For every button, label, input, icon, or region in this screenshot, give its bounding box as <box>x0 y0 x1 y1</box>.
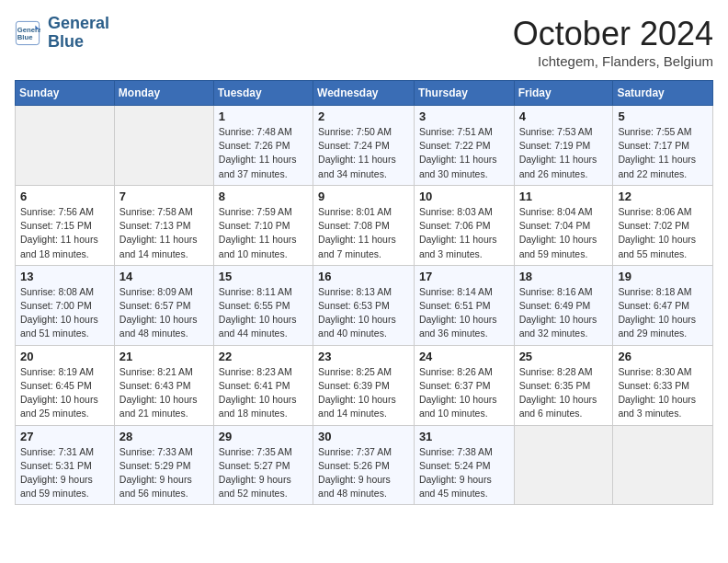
calendar-day-cell <box>514 425 613 505</box>
day-number: 29 <box>219 430 308 443</box>
svg-text:Blue: Blue <box>17 33 33 41</box>
day-info: Sunrise: 7:58 AMSunset: 7:13 PMDaylight:… <box>119 205 209 261</box>
day-number: 14 <box>119 270 209 283</box>
day-info: Sunrise: 8:18 AMSunset: 6:47 PMDaylight:… <box>618 285 708 341</box>
day-number: 9 <box>318 190 409 203</box>
calendar-day-cell: 4Sunrise: 7:53 AMSunset: 7:19 PMDaylight… <box>514 106 613 186</box>
day-of-week-header: Friday <box>514 81 613 106</box>
day-info: Sunrise: 8:04 AMSunset: 7:04 PMDaylight:… <box>519 205 609 261</box>
day-info: Sunrise: 7:37 AMSunset: 5:26 PMDaylight:… <box>318 445 409 501</box>
day-number: 25 <box>519 350 609 363</box>
calendar-week-row: 27Sunrise: 7:31 AMSunset: 5:31 PMDayligh… <box>16 425 713 505</box>
calendar-day-cell: 31Sunrise: 7:38 AMSunset: 5:24 PMDayligh… <box>414 425 514 505</box>
day-info: Sunrise: 8:25 AMSunset: 6:39 PMDaylight:… <box>318 365 409 421</box>
calendar-day-cell: 25Sunrise: 8:28 AMSunset: 6:35 PMDayligh… <box>514 345 613 425</box>
calendar-day-cell: 2Sunrise: 7:50 AMSunset: 7:24 PMDaylight… <box>313 106 415 186</box>
calendar-day-cell: 23Sunrise: 8:25 AMSunset: 6:39 PMDayligh… <box>313 345 415 425</box>
calendar-day-cell <box>613 425 713 505</box>
calendar-day-cell: 1Sunrise: 7:48 AMSunset: 7:26 PMDaylight… <box>213 106 313 186</box>
calendar-day-cell: 14Sunrise: 8:09 AMSunset: 6:57 PMDayligh… <box>114 265 213 345</box>
day-number: 1 <box>219 109 308 123</box>
day-of-week-header: Monday <box>114 81 213 106</box>
calendar-day-cell: 8Sunrise: 7:59 AMSunset: 7:10 PMDaylight… <box>213 185 313 265</box>
day-info: Sunrise: 7:48 AMSunset: 7:26 PMDaylight:… <box>219 125 308 181</box>
day-info: Sunrise: 8:26 AMSunset: 6:37 PMDaylight:… <box>419 365 509 421</box>
day-info: Sunrise: 8:21 AMSunset: 6:43 PMDaylight:… <box>119 365 209 421</box>
calendar-day-cell: 22Sunrise: 8:23 AMSunset: 6:41 PMDayligh… <box>213 345 313 425</box>
day-number: 24 <box>419 350 509 363</box>
day-of-week-header: Tuesday <box>213 81 313 106</box>
calendar-day-cell: 15Sunrise: 8:11 AMSunset: 6:55 PMDayligh… <box>213 265 313 345</box>
day-number: 20 <box>20 350 109 363</box>
calendar-day-cell: 26Sunrise: 8:30 AMSunset: 6:33 PMDayligh… <box>613 345 713 425</box>
day-info: Sunrise: 8:09 AMSunset: 6:57 PMDaylight:… <box>119 285 209 341</box>
day-number: 26 <box>618 350 708 363</box>
day-info: Sunrise: 8:16 AMSunset: 6:49 PMDaylight:… <box>519 285 609 341</box>
day-number: 18 <box>519 270 609 283</box>
day-info: Sunrise: 7:56 AMSunset: 7:15 PMDaylight:… <box>20 205 109 261</box>
day-number: 11 <box>519 190 609 203</box>
calendar-day-cell: 11Sunrise: 8:04 AMSunset: 7:04 PMDayligh… <box>514 185 613 265</box>
day-of-week-header: Wednesday <box>313 81 415 106</box>
day-info: Sunrise: 7:50 AMSunset: 7:24 PMDaylight:… <box>318 125 409 181</box>
day-info: Sunrise: 7:33 AMSunset: 5:29 PMDaylight:… <box>119 445 209 501</box>
calendar-day-cell: 10Sunrise: 8:03 AMSunset: 7:06 PMDayligh… <box>414 185 514 265</box>
day-info: Sunrise: 7:55 AMSunset: 7:17 PMDaylight:… <box>618 125 708 181</box>
calendar-day-cell: 29Sunrise: 7:35 AMSunset: 5:27 PMDayligh… <box>213 425 313 505</box>
calendar-day-cell: 19Sunrise: 8:18 AMSunset: 6:47 PMDayligh… <box>613 265 713 345</box>
day-number: 10 <box>419 190 509 203</box>
day-info: Sunrise: 7:31 AMSunset: 5:31 PMDaylight:… <box>20 445 109 501</box>
calendar-day-cell: 3Sunrise: 7:51 AMSunset: 7:22 PMDaylight… <box>414 106 514 186</box>
calendar-day-cell: 5Sunrise: 7:55 AMSunset: 7:17 PMDaylight… <box>613 106 713 186</box>
day-of-week-header: Sunday <box>16 81 115 106</box>
calendar-day-cell: 16Sunrise: 8:13 AMSunset: 6:53 PMDayligh… <box>313 265 415 345</box>
day-number: 12 <box>618 190 708 203</box>
day-number: 28 <box>119 430 209 443</box>
day-info: Sunrise: 7:53 AMSunset: 7:19 PMDaylight:… <box>519 125 609 181</box>
day-number: 15 <box>219 270 308 283</box>
calendar-day-cell: 21Sunrise: 8:21 AMSunset: 6:43 PMDayligh… <box>114 345 213 425</box>
day-info: Sunrise: 8:01 AMSunset: 7:08 PMDaylight:… <box>318 205 409 261</box>
day-info: Sunrise: 8:06 AMSunset: 7:02 PMDaylight:… <box>618 205 708 261</box>
day-number: 8 <box>219 190 308 203</box>
svg-text:General: General <box>17 25 40 33</box>
day-number: 17 <box>419 270 509 283</box>
calendar-day-cell: 7Sunrise: 7:58 AMSunset: 7:13 PMDaylight… <box>114 185 213 265</box>
day-info: Sunrise: 8:08 AMSunset: 7:00 PMDaylight:… <box>20 285 109 341</box>
logo-text: General Blue <box>48 15 109 52</box>
calendar-week-row: 6Sunrise: 7:56 AMSunset: 7:15 PMDaylight… <box>16 185 713 265</box>
calendar-day-cell: 12Sunrise: 8:06 AMSunset: 7:02 PMDayligh… <box>613 185 713 265</box>
day-number: 31 <box>419 430 509 443</box>
day-info: Sunrise: 8:28 AMSunset: 6:35 PMDaylight:… <box>519 365 609 421</box>
day-number: 22 <box>219 350 308 363</box>
calendar-week-row: 1Sunrise: 7:48 AMSunset: 7:26 PMDaylight… <box>16 106 713 186</box>
calendar-day-cell: 18Sunrise: 8:16 AMSunset: 6:49 PMDayligh… <box>514 265 613 345</box>
calendar-day-cell: 6Sunrise: 7:56 AMSunset: 7:15 PMDaylight… <box>16 185 115 265</box>
calendar-day-cell: 17Sunrise: 8:14 AMSunset: 6:51 PMDayligh… <box>414 265 514 345</box>
calendar-day-cell: 27Sunrise: 7:31 AMSunset: 5:31 PMDayligh… <box>16 425 115 505</box>
day-info: Sunrise: 7:59 AMSunset: 7:10 PMDaylight:… <box>219 205 308 261</box>
day-number: 2 <box>318 109 409 123</box>
day-number: 13 <box>20 270 109 283</box>
page-header: General Blue General Blue October 2024 I… <box>15 15 713 69</box>
title-block: October 2024 Ichtegem, Flanders, Belgium <box>513 15 713 69</box>
day-number: 30 <box>318 430 409 443</box>
calendar-day-cell: 13Sunrise: 8:08 AMSunset: 7:00 PMDayligh… <box>16 265 115 345</box>
day-of-week-header: Saturday <box>613 81 713 106</box>
day-number: 19 <box>618 270 708 283</box>
day-number: 23 <box>318 350 409 363</box>
logo: General Blue General Blue <box>15 15 109 52</box>
day-info: Sunrise: 8:03 AMSunset: 7:06 PMDaylight:… <box>419 205 509 261</box>
calendar-week-row: 13Sunrise: 8:08 AMSunset: 7:00 PMDayligh… <box>16 265 713 345</box>
day-info: Sunrise: 8:14 AMSunset: 6:51 PMDaylight:… <box>419 285 509 341</box>
location: Ichtegem, Flanders, Belgium <box>513 53 713 69</box>
calendar-day-cell <box>114 106 213 186</box>
day-info: Sunrise: 7:38 AMSunset: 5:24 PMDaylight:… <box>419 445 509 501</box>
day-info: Sunrise: 8:30 AMSunset: 6:33 PMDaylight:… <box>618 365 708 421</box>
month-title: October 2024 <box>513 15 713 53</box>
logo-icon: General Blue <box>15 20 40 46</box>
day-number: 5 <box>618 109 708 123</box>
calendar-day-cell: 28Sunrise: 7:33 AMSunset: 5:29 PMDayligh… <box>114 425 213 505</box>
calendar-header-row: SundayMondayTuesdayWednesdayThursdayFrid… <box>16 81 713 106</box>
day-info: Sunrise: 8:23 AMSunset: 6:41 PMDaylight:… <box>219 365 308 421</box>
